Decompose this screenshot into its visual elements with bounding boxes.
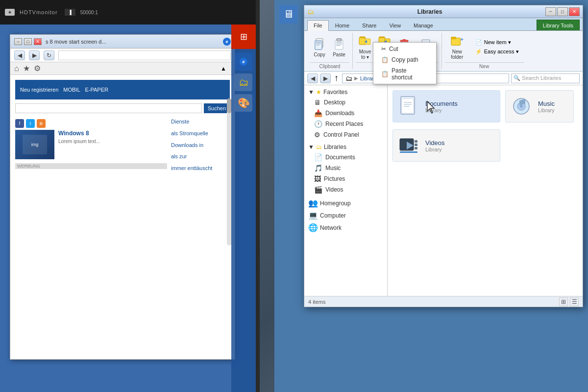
main-content: f t ⊕ img Windows 8 bbox=[15, 117, 167, 173]
desktop-icon-computer[interactable]: 🖥 bbox=[279, 5, 298, 24]
library-item-documents[interactable]: Documents Library bbox=[392, 90, 500, 122]
close-button[interactable]: ✕ bbox=[34, 38, 42, 45]
downloads-label: Downloads bbox=[325, 110, 354, 117]
home-button[interactable]: ⌂ bbox=[14, 64, 19, 73]
library-item-music[interactable]: Music Library bbox=[505, 90, 574, 122]
tab-home[interactable]: Home bbox=[329, 20, 356, 30]
left-monitor: ★ HDTVmonitor ▐ 50000:1 − □ ✕ s 8 move s… bbox=[0, 0, 260, 392]
network-header[interactable]: 🌐 Network bbox=[304, 221, 387, 234]
side-link-4[interactable]: als zur bbox=[171, 152, 230, 162]
new-item-label: New item ▾ bbox=[484, 39, 511, 46]
computer-label: Computer bbox=[320, 212, 346, 219]
view-buttons: ⊞ ☰ bbox=[559, 297, 579, 306]
ie-icon: e bbox=[223, 38, 231, 46]
sidebar-item-videos[interactable]: 🎬 Videos bbox=[304, 184, 387, 195]
svg-rect-7 bbox=[335, 40, 343, 49]
sidebar-item-desktop[interactable]: 🖥 Desktop bbox=[304, 97, 387, 108]
move-to-button[interactable]: Moveto ▾ bbox=[356, 33, 374, 61]
refresh-button[interactable]: ↻ bbox=[44, 50, 54, 60]
favorites-header[interactable]: ▼ ★ Favorites bbox=[304, 87, 387, 97]
search-bar[interactable]: 🔍 Search Libraries bbox=[511, 74, 580, 83]
favorites-button[interactable]: ★ bbox=[23, 64, 30, 73]
context-copy-path[interactable]: 📋 Copy path bbox=[373, 54, 436, 65]
pictures-label: Pictures bbox=[324, 175, 345, 182]
sidebar-item-downloads[interactable]: 📥 Downloads bbox=[304, 108, 387, 119]
rss-icon: ⊕ bbox=[37, 119, 46, 128]
homegroup-icon: 👥 bbox=[308, 198, 318, 208]
site-search-input[interactable] bbox=[15, 103, 202, 113]
explorer-minimize-button[interactable]: − bbox=[545, 7, 556, 16]
taskbar-item-folder[interactable]: 🗂 bbox=[235, 74, 252, 91]
maximize-button[interactable]: □ bbox=[24, 38, 32, 45]
videos-library-info: Videos Library bbox=[425, 139, 496, 152]
back-button[interactable]: ◀ bbox=[14, 50, 25, 60]
sidebar-item-control-panel[interactable]: ⚙ Control Panel bbox=[304, 129, 387, 140]
view-detail-button[interactable]: ☰ bbox=[570, 297, 579, 306]
monitor-ratio: 50000:1 bbox=[80, 10, 98, 15]
new-folder-button[interactable]: + Newfolder bbox=[445, 33, 469, 61]
explorer-back-button[interactable]: ◀ bbox=[307, 74, 318, 83]
library-item-videos[interactable]: Videos Library bbox=[392, 129, 500, 162]
new-item-button[interactable]: 📄 New item ▾ bbox=[473, 38, 521, 47]
tab-file[interactable]: File bbox=[307, 20, 329, 31]
documents-library-info: Documents Library bbox=[425, 100, 496, 113]
address-input[interactable] bbox=[58, 50, 231, 60]
explorer-maximize-button[interactable]: □ bbox=[557, 7, 568, 16]
explorer-close-button[interactable]: ✕ bbox=[569, 7, 580, 16]
taskbar-item-ie[interactable]: e bbox=[235, 53, 252, 71]
content-area: f t ⊕ img Windows 8 bbox=[15, 117, 230, 173]
music-library-name: Music bbox=[538, 100, 569, 107]
libraries-icon: 🗂 bbox=[316, 144, 322, 150]
sidebar-item-documents[interactable]: 📄 Documents bbox=[304, 152, 387, 163]
computer-header[interactable]: 💻 Computer bbox=[304, 209, 387, 221]
context-cut[interactable]: ✂ Cut bbox=[373, 44, 436, 54]
twitter-icon: t bbox=[26, 119, 35, 128]
favorites-label: Favorites bbox=[323, 89, 347, 96]
search-button[interactable]: Suchen bbox=[204, 103, 230, 113]
sidebar-item-recent[interactable]: 🕐 Recent Places bbox=[304, 119, 387, 129]
ribbon-clipboard-group: Copy bbox=[307, 33, 353, 69]
svg-point-34 bbox=[520, 105, 523, 108]
minimize-button[interactable]: − bbox=[14, 38, 22, 45]
browser-content: Neu registrieren MOBIL E-PAPER Suchen f … bbox=[10, 75, 235, 359]
start-button[interactable]: ⊞ bbox=[231, 24, 256, 49]
side-link-5[interactable]: immer enttäuscht bbox=[171, 164, 230, 173]
monitor-top-bar: ★ HDTVmonitor ▐ 50000:1 bbox=[0, 0, 256, 24]
left-screen: − □ ✕ s 8 move start screen d... e ◀ ▶ ↻… bbox=[0, 24, 256, 392]
tab-manage[interactable]: Manage bbox=[407, 20, 440, 30]
move-to-icon bbox=[358, 34, 372, 48]
copy-button[interactable]: Copy bbox=[310, 36, 329, 59]
paste-shortcut-icon: 📋 bbox=[381, 71, 389, 77]
tab-view[interactable]: View bbox=[383, 20, 407, 30]
tab-share[interactable]: Share bbox=[356, 20, 383, 30]
homegroup-header[interactable]: 👥 Homegroup bbox=[304, 197, 387, 209]
settings-button[interactable]: ⚙ bbox=[34, 64, 41, 73]
taskbar-item-paint[interactable]: 🎨 bbox=[235, 94, 252, 112]
up-button[interactable]: ↑ bbox=[333, 73, 340, 83]
forward-button[interactable]: ▶ bbox=[29, 50, 40, 60]
context-paste-shortcut[interactable]: 📋 Paste shortcut bbox=[373, 65, 436, 83]
search-placeholder: 🔍 Search Libraries bbox=[514, 75, 561, 81]
desktop-label: Desktop bbox=[324, 99, 345, 106]
sidebar-links: Dienste als Stromquelle Downloads in als… bbox=[171, 117, 230, 173]
svg-rect-27 bbox=[451, 37, 456, 39]
side-link-1[interactable]: Dienste bbox=[171, 117, 230, 127]
explorer-forward-button[interactable]: ▶ bbox=[320, 74, 331, 83]
control-panel-icon: ⚙ bbox=[314, 131, 320, 139]
scroll-up-button[interactable]: ▲ bbox=[216, 64, 231, 74]
computer-desktop-icon: 🖥 bbox=[283, 8, 294, 21]
side-link-2[interactable]: als Stromquelle bbox=[171, 129, 230, 139]
side-link-3[interactable]: Downloads in bbox=[171, 141, 230, 150]
ad-label: WERBUNG bbox=[15, 163, 167, 169]
documents-label: Documents bbox=[325, 154, 355, 161]
svg-rect-9 bbox=[336, 42, 342, 43]
view-large-icon-button[interactable]: ⊞ bbox=[559, 297, 568, 306]
paste-button[interactable]: Paste bbox=[330, 36, 348, 59]
sidebar-item-music[interactable]: 🎵 Music bbox=[304, 163, 387, 173]
sidebar-item-pictures[interactable]: 🖼 Pictures bbox=[304, 173, 387, 184]
pictures-icon: 🖼 bbox=[314, 175, 321, 183]
tab-library-tools[interactable]: Library Tools bbox=[537, 20, 580, 30]
copy-icon bbox=[313, 37, 326, 51]
easy-access-button[interactable]: ⚡ Easy access ▾ bbox=[473, 48, 521, 56]
libraries-header[interactable]: ▼ 🗂 Libraries bbox=[304, 142, 387, 152]
